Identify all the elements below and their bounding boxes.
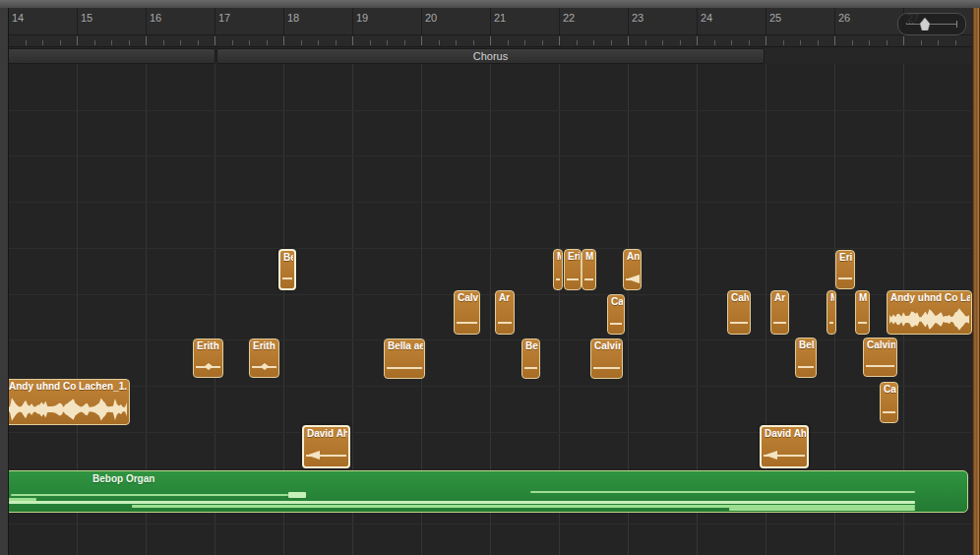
- audio-clip[interactable]: M: [827, 290, 836, 335]
- audio-clip[interactable]: Bell: [795, 338, 817, 378]
- bar-number: 14: [12, 12, 24, 24]
- bar-separator: [352, 8, 353, 34]
- bar-number: 23: [632, 12, 643, 24]
- bar-number: 17: [218, 12, 230, 24]
- audio-clip-label: Calv: [731, 292, 749, 303]
- bar-ruler[interactable]: 1415161718192021222324252627: [0, 8, 980, 35]
- waveform-transient-icon: [307, 451, 320, 460]
- ruler-tick: [267, 40, 268, 45]
- zoom-slider-thumb[interactable]: [920, 18, 930, 31]
- ruler-tick: [697, 36, 698, 45]
- audio-clip[interactable]: Calvin: [590, 339, 623, 379]
- ruler-tick: [938, 40, 939, 45]
- ruler-tick: [301, 40, 302, 45]
- audio-clip[interactable]: David Ahe: [302, 425, 350, 468]
- ruler-tick-row[interactable]: [0, 35, 980, 47]
- ruler-tick: [645, 40, 646, 45]
- arrangement-marker[interactable]: [4, 48, 215, 64]
- audio-clip-label: Eri: [839, 252, 853, 263]
- audio-clip-label: Eri: [568, 251, 580, 262]
- audio-clip-label: M: [830, 292, 834, 303]
- audio-clip[interactable]: M: [553, 249, 563, 290]
- audio-clip[interactable]: Ar: [495, 290, 515, 335]
- audio-clip[interactable]: An: [623, 249, 642, 290]
- ruler-tick: [129, 40, 130, 45]
- ruler-tick: [421, 36, 422, 45]
- ruler-tick: [146, 36, 147, 45]
- waveform-transient-icon: [261, 363, 270, 370]
- ruler-tick: [731, 40, 732, 45]
- audio-clip-label: M: [585, 251, 594, 262]
- waveform-line: [829, 322, 833, 324]
- midi-note: [11, 494, 288, 496]
- midi-note: [530, 491, 915, 493]
- midi-note: [729, 508, 915, 511]
- audio-clip-label: Ca: [884, 384, 896, 395]
- ruler-tick: [628, 36, 629, 45]
- audio-clip[interactable]: Calvin: [863, 338, 897, 377]
- ruler-tick: [577, 40, 578, 45]
- midi-note: [288, 492, 306, 498]
- audio-clip[interactable]: Calv: [727, 290, 751, 335]
- audio-clip[interactable]: Ca: [607, 294, 625, 335]
- ruler-tick: [852, 40, 853, 45]
- waveform-line: [387, 367, 422, 369]
- ruler-tick: [198, 40, 199, 45]
- ruler-tick: [680, 40, 681, 45]
- ruler-tick: [60, 40, 61, 45]
- midi-region[interactable]: Bebop Organ: [5, 470, 968, 513]
- ruler-tick: [456, 40, 457, 45]
- ruler-tick: [490, 36, 491, 45]
- audio-clip-label: Ar: [499, 292, 513, 303]
- audio-clip[interactable]: Erith: [249, 339, 279, 378]
- audio-clip[interactable]: David Ahe: [760, 425, 809, 468]
- ruler-tick: [26, 40, 27, 45]
- zoom-slider[interactable]: ···: [897, 13, 966, 35]
- audio-clip[interactable]: Andy uhnd Co Lachen_1.: [5, 379, 130, 425]
- audio-clip-label: M: [557, 251, 561, 262]
- audio-clip[interactable]: Andy uhnd Co La: [887, 290, 972, 335]
- bar-separator: [490, 8, 491, 34]
- ruler-tick: [473, 40, 474, 45]
- ruler-tick: [94, 40, 95, 45]
- bar-number: 18: [287, 12, 299, 24]
- audio-clip[interactable]: Ar: [770, 290, 789, 335]
- ruler-tick: [869, 40, 870, 45]
- audio-clip[interactable]: M: [582, 249, 596, 290]
- ruler-tick: [352, 36, 353, 45]
- ruler-tick: [163, 40, 164, 45]
- track-divider: [0, 155, 980, 156]
- bar-number: 20: [425, 12, 437, 24]
- ruler-tick: [834, 36, 835, 45]
- ruler-tick: [232, 40, 233, 45]
- audio-clip[interactable]: Ca: [880, 382, 898, 423]
- audio-clip[interactable]: M: [855, 290, 870, 335]
- ruler-tick: [387, 40, 388, 45]
- desktop-edge-strip: [972, 8, 980, 555]
- ruler-tick: [921, 40, 922, 45]
- track-divider: [0, 202, 980, 203]
- ruler-tick: [749, 40, 750, 45]
- bar-separator: [214, 8, 215, 34]
- waveform-line: [838, 278, 852, 279]
- ruler-tick: [903, 36, 904, 45]
- bar-number: 16: [150, 12, 161, 24]
- audio-clip[interactable]: Bella ae: [384, 339, 425, 379]
- waveform-line: [282, 278, 292, 279]
- ruler-tick: [955, 40, 956, 45]
- ruler-tick: [559, 36, 560, 45]
- audio-clip[interactable]: Bell: [521, 339, 540, 379]
- audio-clip[interactable]: Erith: [193, 339, 223, 378]
- waveform-line: [773, 322, 786, 324]
- waveform-line: [610, 323, 622, 325]
- bar-number: 19: [356, 12, 368, 24]
- audio-clip[interactable]: Be: [278, 249, 296, 290]
- audio-clip[interactable]: Calv: [454, 290, 480, 335]
- audio-clip[interactable]: Eri: [835, 250, 855, 289]
- bar-separator: [146, 8, 147, 34]
- audio-clip[interactable]: Eri: [564, 249, 582, 290]
- ruler-tick: [77, 36, 78, 45]
- ruler-tick: [404, 40, 405, 45]
- arrangement-marker-chorus[interactable]: Chorus: [216, 48, 765, 64]
- bar-separator: [628, 8, 629, 34]
